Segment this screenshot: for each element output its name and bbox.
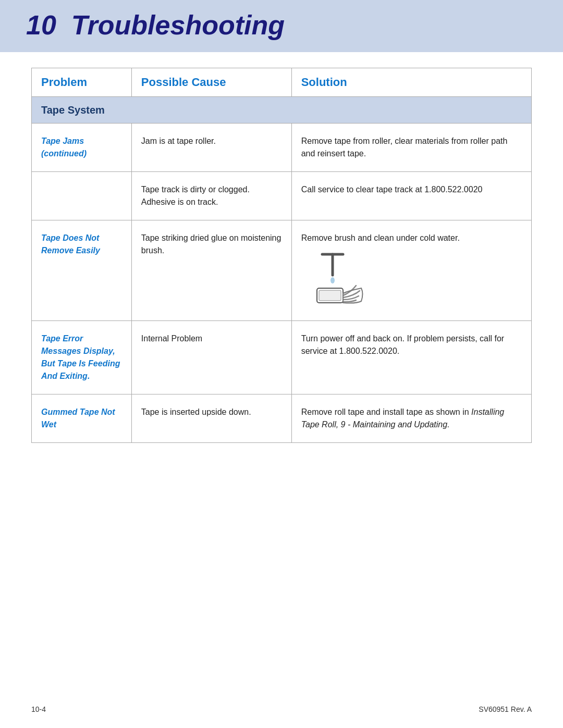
table-row: Gummed Tape Not Wet Tape is inserted ups… (32, 394, 532, 443)
cause-cell-4: Internal Problem (131, 321, 291, 394)
page-header: 10 Troubleshooting (0, 0, 563, 52)
footer-left: 10-4 (31, 705, 46, 713)
table-row: Tape Error Messages Display, But Tape Is… (32, 321, 532, 394)
cause-cell-3: Tape striking dried glue on moistening b… (131, 220, 291, 321)
footer-right: SV60951 Rev. A (479, 705, 532, 713)
problem-cell-5: Gummed Tape Not Wet (32, 394, 132, 443)
page-title: 10 Troubleshooting (26, 9, 537, 41)
cause-cell-1: Jam is at tape roller. (131, 124, 291, 172)
solution-cell-3: Remove brush and clean under cold water. (291, 220, 531, 321)
table-row: Tape Does NotRemove Easily Tape striking… (32, 220, 532, 321)
table-row: Tape Jams (continued) Jam is at tape rol… (32, 124, 532, 172)
solution-cell-4: Turn power off and back on. If problem p… (291, 321, 531, 394)
brush-illustration (301, 252, 522, 309)
solution-cell-5: Remove roll tape and install tape as sho… (291, 394, 531, 443)
col-header-cause: Possible Cause (131, 68, 291, 97)
section-header-row: Tape System (32, 97, 532, 124)
solution-cell-2: Call service to clear tape track at 1.80… (291, 172, 531, 220)
troubleshooting-table: Problem Possible Cause Solution Tape Sys… (31, 68, 532, 443)
table-row: Tape track is dirty or clogged.Adhesive … (32, 172, 532, 220)
problem-cell-2 (32, 172, 132, 220)
svg-rect-4 (319, 290, 341, 301)
page-footer: 10-4 SV60951 Rev. A (31, 705, 532, 713)
col-header-solution: Solution (291, 68, 531, 97)
cause-cell-5: Tape is inserted upside down. (131, 394, 291, 443)
section-header-cell: Tape System (32, 97, 532, 124)
content-area: Problem Possible Cause Solution Tape Sys… (0, 52, 563, 474)
cause-cell-2: Tape track is dirty or clogged.Adhesive … (131, 172, 291, 220)
problem-cell-4: Tape Error Messages Display, But Tape Is… (32, 321, 132, 394)
problem-cell-3: Tape Does NotRemove Easily (32, 220, 132, 321)
svg-point-2 (331, 277, 335, 283)
solution-cell-1: Remove tape from roller, clear materials… (291, 124, 531, 172)
problem-cell-1: Tape Jams (continued) (32, 124, 132, 172)
col-header-problem: Problem (32, 68, 132, 97)
